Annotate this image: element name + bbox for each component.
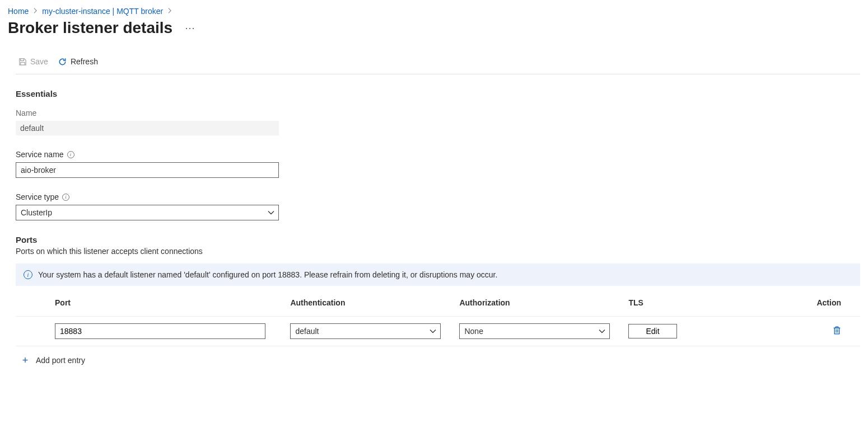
service-name-label: Service name i	[16, 150, 279, 159]
add-port-entry-button[interactable]: + Add port entry	[16, 346, 860, 374]
service-name-label-text: Service name	[16, 150, 64, 159]
col-action: Action	[776, 286, 860, 317]
refresh-icon	[58, 57, 67, 66]
col-port: Port	[16, 286, 286, 317]
refresh-button[interactable]: Refresh	[58, 56, 98, 67]
authentication-select[interactable]: default	[290, 323, 441, 339]
col-authorization: Authorization	[455, 286, 624, 317]
service-name-input[interactable]	[16, 162, 279, 178]
port-input[interactable]	[55, 323, 265, 339]
col-tls: TLS	[624, 286, 776, 317]
tls-edit-button[interactable]: Edit	[628, 324, 676, 338]
page-title: Broker listener details	[8, 19, 172, 37]
delete-icon[interactable]	[833, 326, 841, 335]
info-icon: i	[24, 270, 32, 279]
chevron-right-icon	[167, 7, 172, 15]
save-button: Save	[18, 56, 48, 67]
name-label: Name	[16, 109, 279, 117]
info-icon[interactable]: i	[67, 151, 74, 158]
info-icon[interactable]: i	[62, 194, 69, 201]
service-type-label-text: Service type	[16, 192, 59, 201]
name-value: default	[16, 121, 279, 135]
col-authentication: Authentication	[286, 286, 455, 317]
breadcrumb: Home my-cluster-instance | MQTT broker	[8, 7, 860, 16]
table-row: default None Edit	[16, 317, 860, 346]
breadcrumb-home[interactable]: Home	[8, 7, 29, 16]
essentials-heading: Essentials	[16, 89, 860, 98]
ports-heading: Ports	[16, 235, 860, 244]
info-banner: i Your system has a default listener nam…	[16, 264, 860, 286]
info-banner-text: Your system has a default listener named…	[38, 270, 497, 279]
authorization-select[interactable]: None	[459, 323, 610, 339]
command-bar: Save Refresh	[16, 56, 860, 74]
add-port-entry-label: Add port entry	[36, 356, 85, 365]
chevron-right-icon	[33, 7, 38, 15]
plus-icon: +	[20, 355, 30, 365]
breadcrumb-instance[interactable]: my-cluster-instance | MQTT broker	[42, 7, 163, 16]
service-type-select[interactable]: ClusterIp	[16, 205, 279, 220]
save-icon	[18, 57, 27, 66]
table-header-row: Port Authentication Authorization TLS Ac…	[16, 286, 860, 317]
refresh-label: Refresh	[71, 57, 98, 66]
service-type-label: Service type i	[16, 192, 279, 201]
ports-table: Port Authentication Authorization TLS Ac…	[16, 286, 860, 346]
ports-description: Ports on which this listener accepts cli…	[16, 247, 860, 256]
save-label: Save	[30, 57, 48, 66]
more-actions-icon[interactable]: ⋯	[183, 21, 198, 35]
